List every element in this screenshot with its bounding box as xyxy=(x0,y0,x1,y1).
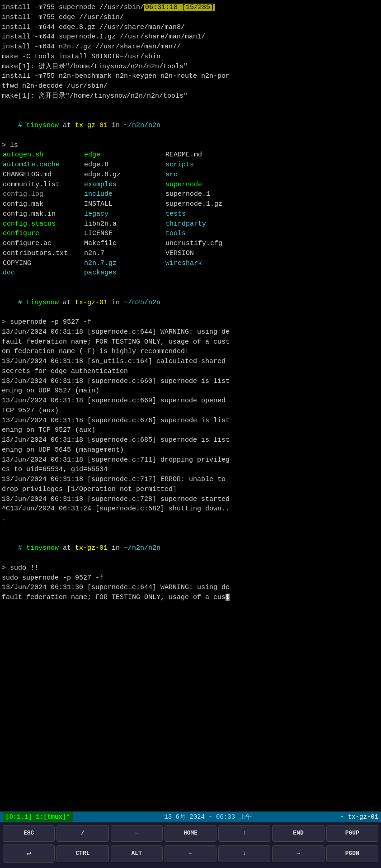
prompt-in: in xyxy=(108,122,124,129)
prompt-host: tx-gz-01 xyxy=(75,122,108,129)
ls-item: config.log xyxy=(2,189,83,199)
ls-item: libn2n.a xyxy=(83,219,165,229)
ls-item: uncrustify.cfg xyxy=(165,239,379,249)
ls-item: edge xyxy=(83,150,165,160)
log-line: ening on UDP 5645 (management) xyxy=(2,445,379,455)
prompt-hash: # xyxy=(18,299,26,307)
log-line: 13/Jun/2024 06:31:18 [supernode.c:644] W… xyxy=(2,327,379,337)
prompt-user: tinysnow xyxy=(26,544,59,552)
term-line: install -m644 supernode.1.gz //usr/share… xyxy=(2,32,379,42)
ls-item: supernode.1.gz xyxy=(165,199,379,209)
keyboard-row-2: ↵ CTRL ALT ← ↓ → PGDN xyxy=(2,844,379,863)
key-esc[interactable]: ESC xyxy=(3,825,55,842)
log-line: 13/Jun/2024 06:31:30 [supernode.c:644] W… xyxy=(2,583,379,593)
term-line: install -m644 n2n.7.gz //usr/share/man/m… xyxy=(2,42,379,52)
ls-item xyxy=(165,268,379,278)
prompt-line: # tinysnow at tx-gz-01 in ~/n2n/n2n xyxy=(2,288,379,317)
log-line: 13/Jun/2024 06:31:18 [sn_utils.c:164] ca… xyxy=(2,357,379,367)
key-alt[interactable]: ALT xyxy=(111,845,163,862)
ls-item: INSTALL xyxy=(83,199,165,209)
ls-item: Makefile xyxy=(83,239,165,249)
term-spacer xyxy=(2,278,379,288)
ls-item: thirdparty xyxy=(165,219,379,229)
key-pgdn[interactable]: PGDN xyxy=(326,845,378,862)
ls-item: CHANGELOG.md xyxy=(2,170,83,180)
log-line: drop privileges [1/Operation not permitt… xyxy=(2,485,379,495)
keyboard-row-1: ESC / — HOME ↑ END PGUP xyxy=(2,825,379,842)
key-ctrl[interactable]: CTRL xyxy=(56,845,108,862)
cmd-line: > sudo !! xyxy=(2,563,379,573)
ls-item: n2n.7.gz xyxy=(83,259,165,269)
term-line: tfwd n2n-decode /usr/sbin/ xyxy=(2,81,379,91)
statusbar-host: - tx-gz-01 xyxy=(340,812,378,821)
ls-item: legacy xyxy=(83,209,165,219)
ls-item: VERSION xyxy=(165,249,379,259)
prompt-host: tx-gz-01 xyxy=(75,544,108,552)
prompt-in: in xyxy=(108,544,124,552)
ls-item: README.md xyxy=(165,150,379,160)
prompt-path: ~/n2n/n2n xyxy=(124,122,160,129)
term-line: install -m755 n2n-benchmark n2n-keygen n… xyxy=(2,71,379,81)
key-down[interactable]: ↓ xyxy=(218,845,270,862)
key-right[interactable]: → xyxy=(272,845,324,862)
tmux-session: [0:1.1] 1:[tmux]* xyxy=(3,812,73,821)
prompt-path: ~/n2n/n2n xyxy=(124,544,160,552)
key-slash[interactable]: / xyxy=(56,825,108,842)
log-line: 13/Jun/2024 06:31:18 [supernode.c:685] s… xyxy=(2,435,379,445)
log-line: 13/Jun/2024 06:31:18 [supernode.c:711] d… xyxy=(2,455,379,465)
key-up[interactable]: ↑ xyxy=(218,825,270,842)
terminal: install -m755 supernode //usr/sbin/06:31… xyxy=(0,0,381,811)
ls-item: wireshark xyxy=(165,259,379,269)
key-dash[interactable]: — xyxy=(111,825,163,842)
ls-item: tests xyxy=(165,209,379,219)
prompt-at: at xyxy=(59,122,75,129)
log-line: fault federation name; FOR TESTING ONLY,… xyxy=(2,593,379,603)
prompt-at: at xyxy=(59,299,75,307)
log-line: ening on UDP 9527 (main) xyxy=(2,386,379,396)
cmd-line: sudo supernode -p 9527 -f xyxy=(2,573,379,583)
enter-icon: ↵ xyxy=(27,849,31,857)
log-line: 13/Jun/2024 06:31:18 [supernode.c:669] s… xyxy=(2,396,379,406)
log-line: . xyxy=(2,514,379,524)
prompt-hash: # xyxy=(18,122,26,129)
ls-item: supernode.1 xyxy=(165,189,379,199)
ls-item: autom4te.cache xyxy=(2,160,83,170)
ls-item: configure xyxy=(2,229,83,239)
log-line: 13/Jun/2024 06:31:18 [supernode.c:717] E… xyxy=(2,475,379,485)
ls-item: include xyxy=(83,189,165,199)
log-line: 13/Jun/2024 06:31:18 [supernode.c:676] s… xyxy=(2,416,379,426)
prompt-user: tinysnow xyxy=(26,122,59,129)
log-line: ening on TCP 9527 (aux) xyxy=(2,425,379,435)
statusbar-datetime: 13 6月 2024 - 06:33 上午 xyxy=(75,812,340,821)
prompt-line: # tinysnow at tx-gz-01 in ~/n2n/n2n xyxy=(2,111,379,140)
keyboard: ESC / — HOME ↑ END PGUP ↵ CTRL ALT ← ↓ →… xyxy=(0,822,381,868)
ls-item: config.mak xyxy=(2,199,83,209)
prompt-line: # tinysnow at tx-gz-01 in ~/n2n/n2n xyxy=(2,534,379,563)
ls-item: configure.ac xyxy=(2,239,83,249)
statusbar: [0:1.1] 1:[tmux]* 13 6月 2024 - 06:33 上午 … xyxy=(0,811,381,822)
ls-item: COPYING xyxy=(2,259,83,269)
log-line: 13/Jun/2024 06:31:18 [supernode.c:660] s… xyxy=(2,377,379,387)
prompt-path: ~/n2n/n2n xyxy=(124,299,160,307)
ls-item: config.status xyxy=(2,219,83,229)
ls-item: supernode xyxy=(165,180,379,190)
ls-item: tools xyxy=(165,229,379,239)
key-home[interactable]: HOME xyxy=(165,825,216,842)
key-pgup[interactable]: PGUP xyxy=(326,825,378,842)
key-enter[interactable]: ↵ xyxy=(3,844,55,863)
log-line: ^C13/Jun/2024 06:31:24 [supernode.c:582]… xyxy=(2,504,379,514)
key-end[interactable]: END xyxy=(272,825,324,842)
log-line: es to uid=65534, gid=65534 xyxy=(2,465,379,475)
cmd-line: > ls xyxy=(2,141,379,151)
ls-item: packages xyxy=(83,268,165,278)
ls-item: edge.8.gz xyxy=(83,170,165,180)
key-left[interactable]: ← xyxy=(165,845,216,862)
log-line: secrets for edge authentication xyxy=(2,367,379,377)
term-line: install -m644 edge.8.gz //usr/share/man/… xyxy=(2,23,379,33)
log-line: TCP 9527 (aux) xyxy=(2,406,379,416)
term-line: make[1]: 离开目录"/home/tinysnow/n2n/n2n/too… xyxy=(2,91,379,101)
term-spacer xyxy=(2,101,379,111)
log-line: fault federation name; FOR TESTING ONLY,… xyxy=(2,337,379,347)
ls-item: edge.8 xyxy=(83,160,165,170)
ls-item: scripts xyxy=(165,160,379,170)
